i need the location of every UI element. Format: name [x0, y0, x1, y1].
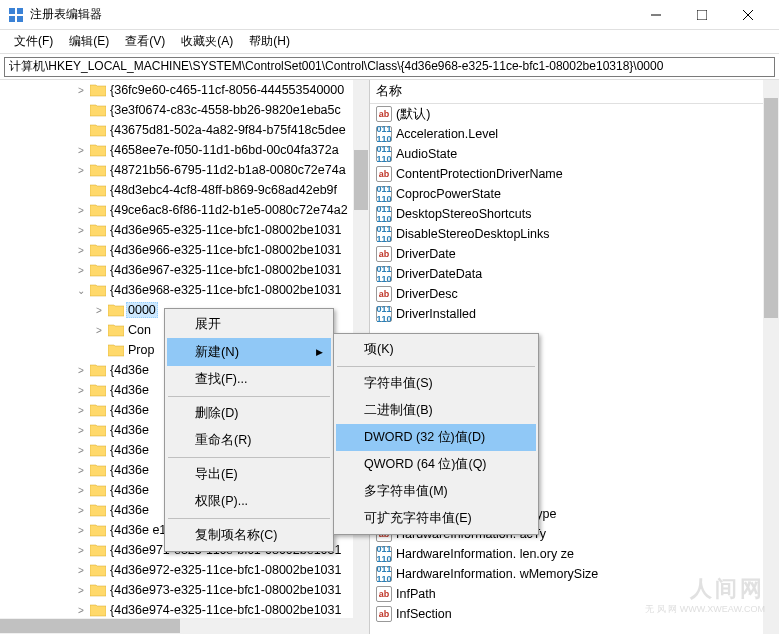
- list-vscrollbar[interactable]: [763, 80, 779, 634]
- tree-item[interactable]: >{4d36e974-e325-11ce-bfc1-08002be1031: [0, 600, 353, 620]
- tree-item[interactable]: >{4d36e965-e325-11ce-bfc1-08002be1031: [0, 220, 353, 240]
- value-row[interactable]: 011110HardwareInformation. wMemorySize: [370, 564, 779, 584]
- tree-item[interactable]: {48d3ebc4-4cf8-48ff-b869-9c68ad42eb9f: [0, 180, 353, 200]
- binary-value-icon: 011110: [376, 266, 392, 282]
- menu-help[interactable]: 帮助(H): [241, 30, 298, 53]
- value-row[interactable]: 011110AudioState: [370, 144, 779, 164]
- address-input[interactable]: [4, 57, 775, 77]
- expand-toggle[interactable]: >: [74, 85, 88, 96]
- expand-toggle[interactable]: >: [74, 585, 88, 596]
- submenu-arrow-icon: ▶: [316, 347, 323, 357]
- new-key[interactable]: 项(K): [336, 336, 536, 363]
- value-row[interactable]: ab(默认): [370, 104, 779, 124]
- expand-toggle[interactable]: >: [74, 605, 88, 616]
- close-button[interactable]: [725, 0, 771, 30]
- expand-toggle[interactable]: >: [74, 145, 88, 156]
- tree-item[interactable]: >{49ce6ac8-6f86-11d2-b1e5-0080c72e74a2: [0, 200, 353, 220]
- tree-hscrollbar[interactable]: [0, 618, 353, 634]
- expand-toggle[interactable]: >: [92, 305, 106, 316]
- ctx-copy-key-name[interactable]: 复制项名称(C): [167, 522, 331, 549]
- expand-toggle[interactable]: >: [74, 485, 88, 496]
- value-name: Acceleration.Level: [396, 127, 498, 141]
- new-expandstring[interactable]: 可扩充字符串值(E): [336, 505, 536, 532]
- folder-icon: [90, 123, 106, 137]
- new-dword[interactable]: DWORD (32 位)值(D): [336, 424, 536, 451]
- value-row[interactable]: 011110HardwareInformation. len.ory ze: [370, 544, 779, 564]
- expand-toggle[interactable]: >: [92, 325, 106, 336]
- tree-item[interactable]: >{4d36e966-e325-11ce-bfc1-08002be1031: [0, 240, 353, 260]
- tree-item[interactable]: >{36fc9e60-c465-11cf-8056-444553540000: [0, 80, 353, 100]
- tree-item[interactable]: {43675d81-502a-4a82-9f84-b75f418c5dee: [0, 120, 353, 140]
- expand-toggle[interactable]: >: [74, 365, 88, 376]
- new-qword[interactable]: QWORD (64 位)值(Q): [336, 451, 536, 478]
- ctx-permissions[interactable]: 权限(P)...: [167, 488, 331, 515]
- value-row[interactable]: abContentProtectionDriverName: [370, 164, 779, 184]
- expand-toggle[interactable]: >: [74, 245, 88, 256]
- folder-icon: [90, 443, 106, 457]
- minimize-button[interactable]: [633, 0, 679, 30]
- value-name: AudioState: [396, 147, 457, 161]
- value-name: DesktopStereoShortcuts: [396, 207, 532, 221]
- folder-icon: [90, 463, 106, 477]
- menu-view[interactable]: 查看(V): [117, 30, 173, 53]
- ctx-expand[interactable]: 展开: [167, 311, 331, 338]
- expand-toggle[interactable]: >: [74, 505, 88, 516]
- tree-item[interactable]: ⌄{4d36e968-e325-11ce-bfc1-08002be1031: [0, 280, 353, 300]
- ctx-export[interactable]: 导出(E): [167, 461, 331, 488]
- maximize-button[interactable]: [679, 0, 725, 30]
- column-header-name[interactable]: 名称: [370, 80, 779, 104]
- expand-toggle[interactable]: >: [74, 525, 88, 536]
- value-name: DriverInstalled: [396, 307, 476, 321]
- value-row[interactable]: 011110DesktopStereoShortcuts: [370, 204, 779, 224]
- value-row[interactable]: abInfSection: [370, 604, 779, 624]
- value-row[interactable]: 011110CoprocPowerState: [370, 184, 779, 204]
- value-row[interactable]: abDriverDesc: [370, 284, 779, 304]
- menu-file[interactable]: 文件(F): [6, 30, 61, 53]
- new-binary[interactable]: 二进制值(B): [336, 397, 536, 424]
- svg-rect-0: [9, 8, 15, 14]
- folder-icon: [90, 563, 106, 577]
- folder-icon: [108, 303, 124, 317]
- value-row[interactable]: 011110DriverDateData: [370, 264, 779, 284]
- expand-toggle[interactable]: >: [74, 225, 88, 236]
- expand-toggle[interactable]: >: [74, 565, 88, 576]
- expand-toggle[interactable]: >: [74, 265, 88, 276]
- binary-value-icon: 011110: [376, 146, 392, 162]
- menu-favorites[interactable]: 收藏夹(A): [173, 30, 241, 53]
- new-multistring[interactable]: 多字符串值(M): [336, 478, 536, 505]
- value-row[interactable]: 011110DriverInstalled: [370, 304, 779, 324]
- value-row[interactable]: 011110DisableStereoDesktopLinks: [370, 224, 779, 244]
- ctx-find[interactable]: 查找(F)...: [167, 366, 331, 393]
- tree-item[interactable]: >{4d36e973-e325-11ce-bfc1-08002be1031: [0, 580, 353, 600]
- menu-edit[interactable]: 编辑(E): [61, 30, 117, 53]
- folder-icon: [90, 83, 106, 97]
- tree-item[interactable]: >{4d36e967-e325-11ce-bfc1-08002be1031: [0, 260, 353, 280]
- value-name: InfSection: [396, 607, 452, 621]
- tree-item[interactable]: >{4d36e972-e325-11ce-bfc1-08002be1031: [0, 560, 353, 580]
- tree-item[interactable]: >{4658ee7e-f050-11d1-b6bd-00c04fa372a: [0, 140, 353, 160]
- value-row[interactable]: abInfPath: [370, 584, 779, 604]
- expand-toggle[interactable]: >: [74, 405, 88, 416]
- folder-icon: [108, 343, 124, 357]
- folder-icon: [90, 103, 106, 117]
- tree-item[interactable]: {3e3f0674-c83c-4558-bb26-9820e1eba5c: [0, 100, 353, 120]
- value-row[interactable]: abDriverDate: [370, 244, 779, 264]
- folder-icon: [90, 483, 106, 497]
- expand-toggle[interactable]: >: [74, 385, 88, 396]
- expand-toggle[interactable]: >: [74, 545, 88, 556]
- ctx-delete[interactable]: 删除(D): [167, 400, 331, 427]
- tree-item-label: {4d36e973-e325-11ce-bfc1-08002be1031: [108, 582, 343, 598]
- expand-toggle[interactable]: ⌄: [74, 285, 88, 296]
- tree-item-label: {4d36e965-e325-11ce-bfc1-08002be1031: [108, 222, 343, 238]
- value-row[interactable]: 011110Acceleration.Level: [370, 124, 779, 144]
- expand-toggle[interactable]: >: [74, 165, 88, 176]
- expand-toggle[interactable]: >: [74, 445, 88, 456]
- expand-toggle[interactable]: >: [74, 205, 88, 216]
- tree-item[interactable]: >{48721b56-6795-11d2-b1a8-0080c72e74a: [0, 160, 353, 180]
- tree-item-label: {4d36e: [108, 462, 151, 478]
- expand-toggle[interactable]: >: [74, 425, 88, 436]
- ctx-rename[interactable]: 重命名(R): [167, 427, 331, 454]
- expand-toggle[interactable]: >: [74, 465, 88, 476]
- ctx-new[interactable]: 新建(N)▶: [167, 338, 331, 366]
- new-string[interactable]: 字符串值(S): [336, 370, 536, 397]
